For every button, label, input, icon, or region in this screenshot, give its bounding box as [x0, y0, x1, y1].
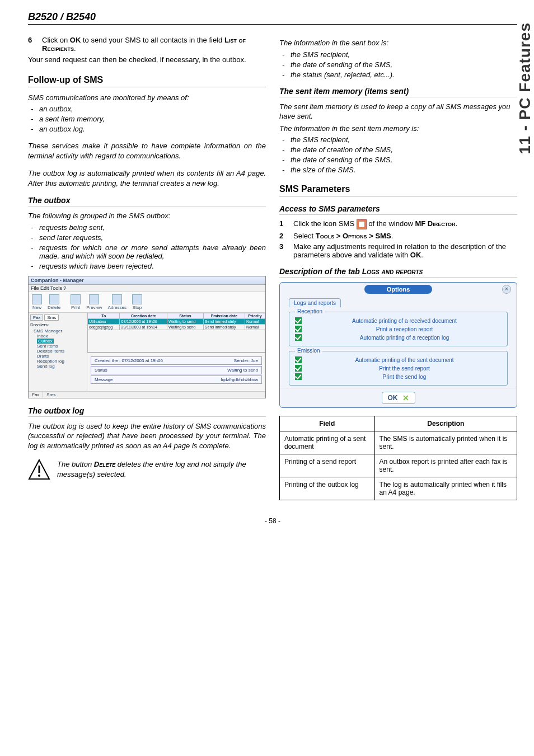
- chk-send-report[interactable]: Print the send report: [295, 365, 502, 372]
- tree-sent[interactable]: Sent items: [30, 344, 85, 349]
- tab-sms[interactable]: Sms: [44, 314, 59, 321]
- tree-deleted[interactable]: Deleted items: [30, 349, 85, 354]
- warn-delete: Delete: [94, 460, 115, 468]
- tb-stop[interactable]: Stop: [132, 294, 142, 310]
- cell: Utilisateur: [88, 318, 120, 324]
- model-header: B2520 / B2540: [28, 11, 517, 25]
- checkbox-icon[interactable]: [295, 356, 302, 363]
- checkbox-icon[interactable]: [295, 334, 302, 341]
- followup-title: Follow-up of SMS: [28, 75, 266, 87]
- chk-send-log[interactable]: Print the send log: [295, 373, 502, 380]
- sent-mem-item: the size of the SMS.: [291, 166, 517, 174]
- s2-num: 2: [279, 232, 283, 240]
- folder-tree[interactable]: SMS Manager Inbox Outbox Sent items Dele…: [30, 328, 85, 369]
- tb-addresses[interactable]: Adresses: [108, 294, 127, 310]
- warning-box: The button Delete deletes the entire log…: [28, 457, 266, 481]
- ok-label: OK: [388, 394, 398, 402]
- description-table: Field Description Automatic printing of …: [279, 416, 517, 500]
- step6-period: .: [74, 44, 76, 53]
- tree-outbox[interactable]: Outbox: [30, 339, 85, 344]
- sent-mem-item: the date of creation of the SMS,: [291, 145, 517, 154]
- detail-created: Created the : 07/12/2003 at 19h06: [95, 358, 163, 363]
- status-bar: Fax Sms: [29, 391, 265, 398]
- tree-drafts[interactable]: Drafts: [30, 354, 85, 359]
- chk-recv-report[interactable]: Print a reception report: [295, 326, 502, 332]
- message-grid[interactable]: To Creation date Status Emission date Pr…: [87, 313, 265, 353]
- tb-delete[interactable]: Delete: [48, 294, 60, 310]
- outbox-item-text: requests which have been rejected: [39, 262, 152, 270]
- outbox-item: requests being sent,: [39, 223, 266, 232]
- sent-mem-item: the SMS recipient,: [291, 135, 517, 144]
- tree-reception-log[interactable]: Reception log: [30, 359, 85, 364]
- s3-ok: OK: [410, 251, 421, 259]
- tb-new[interactable]: New: [32, 294, 42, 310]
- table-row[interactable]: edqgsqdgzgg 29/11/2003 at 15h14 Waiting …: [88, 324, 265, 330]
- detail-msg-label: Message: [95, 377, 113, 382]
- tree-inbox[interactable]: Inbox: [30, 334, 85, 339]
- detail-pane: Created the : 07/12/2003 at 19h06Sender:…: [87, 353, 265, 387]
- trash-icon: [49, 294, 59, 304]
- chk-label: Automatic printing of a received documen…: [307, 318, 502, 324]
- tb-preview[interactable]: Preview: [86, 294, 102, 310]
- chk-sent-doc[interactable]: Automatic printing of the sent document: [295, 356, 502, 363]
- tb-print[interactable]: Print: [71, 294, 81, 310]
- s3-a: Make any adjustments required in relatio…: [293, 242, 506, 259]
- side-tab: 11 - PC Features: [516, 22, 534, 154]
- cell-field: Printing of a send report: [280, 454, 375, 477]
- gh-status[interactable]: Status: [167, 313, 204, 318]
- table-row: Automatic printing of a sent document Th…: [280, 431, 517, 454]
- cell-desc: The SMS is automatically printed when it…: [374, 431, 517, 454]
- cell-desc: The log is automatically printed when it…: [374, 477, 517, 500]
- followup-p2: The outbox log is automatically printed …: [28, 168, 266, 188]
- tab-logs-reports[interactable]: Logs and reports: [289, 298, 341, 307]
- chk-label: Print the send log: [307, 374, 502, 380]
- outbox-item: send later requests,: [39, 233, 266, 242]
- gh-priority[interactable]: Priority: [245, 313, 265, 318]
- outbox-item: requests which have been rejected.: [39, 262, 266, 270]
- checkbox-icon[interactable]: [295, 365, 302, 372]
- s1-period: .: [456, 220, 458, 228]
- checkbox-icon[interactable]: [295, 373, 302, 380]
- s3-period: .: [421, 251, 423, 259]
- emission-group: Emission Automatic printing of the sent …: [289, 351, 508, 386]
- emission-legend: Emission: [295, 348, 322, 354]
- sent-mem-p2: The information in the sent item memory …: [279, 124, 517, 134]
- tree-root[interactable]: SMS Manager: [30, 328, 85, 334]
- tab-fax[interactable]: Fax: [30, 314, 43, 321]
- desc-title-b: Logs and reports: [362, 267, 423, 276]
- gh-emission[interactable]: Emission date: [203, 313, 245, 318]
- th-description: Description: [374, 416, 517, 431]
- close-icon[interactable]: ×: [502, 285, 511, 294]
- gh-to[interactable]: To: [88, 313, 120, 318]
- tb-delete-label: Delete: [48, 305, 60, 310]
- cell: edqgsqdgzgg: [88, 324, 120, 330]
- sms-params-title: SMS Parameters: [279, 184, 517, 196]
- table-row[interactable]: Utilisateur 07/12/2003 at 19h06 Waiting …: [88, 318, 265, 324]
- s1-num: 1: [279, 219, 283, 228]
- options-dialog: Options × Logs and reports Reception Aut…: [279, 282, 517, 408]
- access-step-3: 3 Make any adjustments required in relat…: [293, 242, 517, 259]
- step-6-text: Click on OK to send your SMS to all cont…: [42, 36, 246, 53]
- followup-p1: These services make it possible to have …: [28, 141, 266, 161]
- tb-addresses-label: Adresses: [108, 305, 127, 310]
- outbox-item: requests for which one or more send atte…: [39, 243, 266, 260]
- chk-recv-doc[interactable]: Automatic printing of a received documen…: [295, 317, 502, 324]
- s1-b: of the window: [368, 220, 415, 228]
- s2-tools: Tools > Options > SMS: [316, 232, 391, 240]
- sms-icon[interactable]: [357, 219, 367, 229]
- menubar[interactable]: File Edit Tools ?: [29, 285, 265, 292]
- cell: Waiting to send: [167, 318, 204, 324]
- followup-item: a sent item memory,: [39, 115, 266, 123]
- addresses-icon: [112, 294, 122, 304]
- access-title: Access to SMS parameters: [279, 204, 517, 215]
- ok-button[interactable]: OK ✕: [382, 392, 415, 404]
- chk-recv-log[interactable]: Automatic printing of a reception log: [295, 334, 502, 341]
- gh-creation[interactable]: Creation date: [120, 313, 167, 318]
- desc-title: Description of the tab Logs and reports: [279, 267, 517, 278]
- checkbox-icon[interactable]: [295, 326, 302, 332]
- tree-send-log[interactable]: Send log: [30, 364, 85, 369]
- chk-label: Automatic printing of the sent document: [307, 357, 502, 363]
- checkbox-icon[interactable]: [295, 317, 302, 324]
- cell: Normal: [245, 324, 265, 330]
- companion-manager-window: Companion - Manager File Edit Tools ? Ne…: [28, 276, 266, 398]
